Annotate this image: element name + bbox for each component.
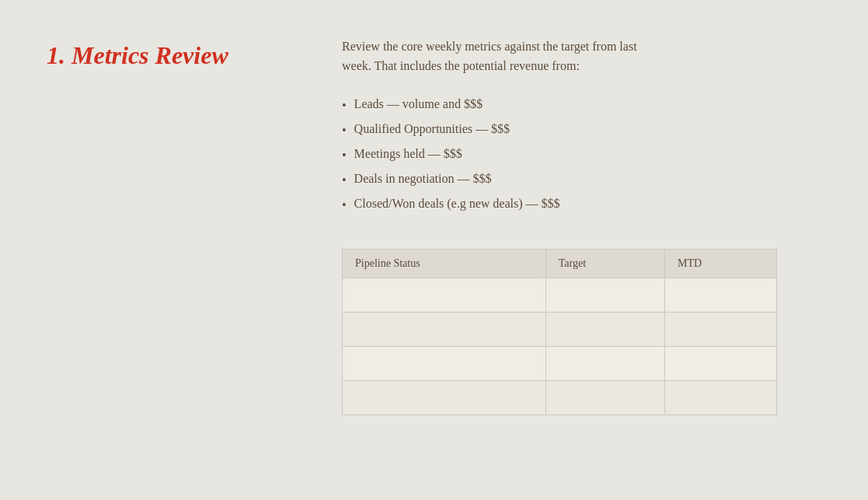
page-title: 1. Metrics Review — [47, 40, 295, 70]
bullet-item: •Deals in negotiation — $$$ — [342, 170, 821, 190]
table-cell — [665, 346, 777, 380]
table-header-row: Pipeline StatusTargetMTD — [343, 249, 777, 278]
intro-text: Review the core weekly metrics against t… — [342, 37, 821, 76]
table-row — [343, 312, 777, 346]
bullet-dot: • — [342, 96, 347, 115]
table-section: Pipeline StatusTargetMTD — [342, 249, 821, 415]
left-panel: 1. Metrics Review — [47, 37, 295, 463]
table-cell — [343, 278, 546, 312]
table-cell — [546, 346, 664, 380]
bullet-text: Meetings held — $$$ — [354, 145, 462, 163]
bullet-text: Deals in negotiation — $$$ — [354, 170, 492, 188]
table-cell — [546, 312, 664, 346]
bullet-text: Closed/Won deals (e.g new deals) — $$$ — [354, 194, 560, 213]
table-cell — [546, 380, 664, 414]
table-body — [343, 278, 777, 414]
table-row — [343, 380, 777, 414]
table-header-cell: MTD — [665, 249, 777, 278]
table-row — [343, 278, 777, 312]
right-panel: Review the core weekly metrics against t… — [342, 37, 821, 463]
bullet-text: Leads — volume and $$$ — [354, 95, 483, 114]
bullet-list: •Leads — volume and $$$•Qualified Opport… — [342, 95, 821, 215]
table-header-cell: Target — [546, 249, 664, 278]
table-row — [343, 346, 777, 380]
table-cell — [343, 380, 546, 414]
table-header-cell: Pipeline Status — [343, 249, 546, 278]
page-container: 1. Metrics Review Review the core weekly… — [0, 0, 868, 500]
bullet-item: •Closed/Won deals (e.g new deals) — $$$ — [342, 194, 821, 215]
bullet-dot: • — [342, 121, 347, 140]
table-cell — [343, 312, 546, 346]
bullet-text: Qualified Opportunities — $$$ — [354, 120, 510, 138]
bullet-item: •Leads — volume and $$$ — [342, 95, 821, 115]
bullet-item: •Meetings held — $$$ — [342, 145, 821, 165]
bullet-item: •Qualified Opportunities — $$$ — [342, 120, 821, 140]
table-cell — [546, 278, 664, 312]
bullet-dot: • — [342, 146, 347, 165]
table-cell — [343, 346, 546, 380]
metrics-table: Pipeline StatusTargetMTD — [342, 249, 777, 415]
table-cell — [665, 380, 777, 414]
bullet-dot: • — [342, 196, 347, 215]
bullet-dot: • — [342, 171, 347, 190]
table-cell — [665, 312, 777, 346]
table-cell — [665, 278, 777, 312]
